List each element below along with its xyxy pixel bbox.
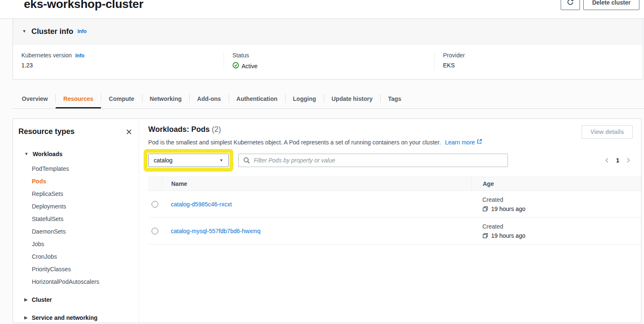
cluster-info-header[interactable]: ▼ Cluster info Info xyxy=(13,19,643,44)
sidebar-item-jobs[interactable]: Jobs xyxy=(18,238,133,250)
status-check-icon xyxy=(232,62,239,70)
status-label: Status xyxy=(232,52,249,59)
caret-down-icon: ▼ xyxy=(24,152,28,156)
refresh-icon xyxy=(567,0,574,7)
age-created-label: Created xyxy=(482,196,641,203)
age-value: 19 hours ago xyxy=(491,206,526,212)
kubernetes-version-label: Kubernetes version xyxy=(21,52,72,59)
tab-logging[interactable]: Logging xyxy=(286,90,324,108)
learn-more-link[interactable]: Learn more xyxy=(445,139,483,146)
cluster-info-info-link[interactable]: Info xyxy=(77,28,87,34)
sidebar-item-replicasets[interactable]: ReplicaSets xyxy=(18,188,133,200)
dropdown-value: catalog xyxy=(154,157,173,164)
pods-content: Workloads: Pods (2) Pod is the smallest … xyxy=(139,119,641,323)
view-details-button[interactable]: View details xyxy=(582,125,633,139)
sidebar-item-podtemplates[interactable]: PodTemplates xyxy=(18,162,133,175)
sidebar-group-label: Service and networking xyxy=(32,314,98,321)
sidebar-item-pods[interactable]: Pods xyxy=(18,175,133,188)
highlight-annotation: catalog ▼ xyxy=(144,149,233,172)
table-header-row: Name Age xyxy=(148,177,641,191)
previous-page-icon[interactable] xyxy=(604,157,609,163)
workloads-items: PodTemplates Pods ReplicaSets Deployment… xyxy=(18,162,133,288)
chevron-down-icon: ▼ xyxy=(219,158,223,162)
age-column-header[interactable]: Age xyxy=(471,177,641,190)
cluster-info-body: Kubernetes version Info 1.23 Status Acti… xyxy=(13,44,643,79)
page-header: eks-workshop-cluster Delete cluster xyxy=(0,0,644,19)
sidebar-group-service-and-networking[interactable]: ▶ Service and networking xyxy=(18,311,133,323)
resources-panel-card: Resource types ▼ Workloads PodTemplates … xyxy=(13,118,641,323)
sidebar-group-cluster[interactable]: ▶ Cluster xyxy=(18,293,133,306)
tab-compute[interactable]: Compute xyxy=(101,90,142,108)
header-actions: Delete cluster xyxy=(561,0,639,10)
provider-label: Provider xyxy=(443,52,465,59)
tab-networking[interactable]: Networking xyxy=(142,90,189,108)
pods-section-title: Workloads: Pods (2) xyxy=(148,125,482,134)
kubernetes-version-value: 1.23 xyxy=(21,62,224,69)
provider-value: EKS xyxy=(443,62,643,69)
table-row: catalog-d5985c46-rxcxt Created 19 hours … xyxy=(148,191,641,218)
status-value: Active xyxy=(242,63,258,69)
eks-cluster-page: eks-workshop-cluster Delete cluster ▼ Cl… xyxy=(0,0,644,324)
provider-field: Provider EKS xyxy=(434,52,643,70)
status-badge: Active xyxy=(232,62,434,70)
next-page-icon[interactable] xyxy=(626,157,631,163)
row-radio-button[interactable] xyxy=(152,228,158,234)
name-column-header[interactable]: Name xyxy=(162,177,471,190)
kubernetes-version-field: Kubernetes version Info 1.23 xyxy=(13,52,224,70)
sidebar-group-label: Cluster xyxy=(32,296,52,303)
pods-description: Pod is the smallest and simplest Kuberne… xyxy=(148,139,482,146)
cluster-info-title: Cluster info xyxy=(31,27,73,36)
close-icon[interactable] xyxy=(125,128,133,136)
namespace-filter-dropdown[interactable]: catalog ▼ xyxy=(148,154,229,167)
sidebar-group-workloads[interactable]: ▼ Workloads xyxy=(18,148,133,160)
tab-tags[interactable]: Tags xyxy=(381,90,409,108)
cluster-tabs: Overview Resources Compute Networking Ad… xyxy=(13,90,644,109)
kubernetes-version-info-link[interactable]: Info xyxy=(75,53,85,59)
table-row: catalog-mysql-557fdb7bd6-hwxmq Created 1… xyxy=(148,218,641,244)
copy-icon[interactable] xyxy=(482,206,488,212)
resource-types-title: Resource types xyxy=(18,127,75,136)
tab-update-history[interactable]: Update history xyxy=(324,90,380,108)
sidebar-item-deployments[interactable]: Deployments xyxy=(18,200,133,213)
pods-table: Name Age catalog-d5985c46-rxcxt Created xyxy=(148,177,641,244)
caret-right-icon: ▶ xyxy=(24,298,28,302)
tab-resources[interactable]: Resources xyxy=(56,90,101,108)
tab-overview[interactable]: Overview xyxy=(14,90,55,108)
search-icon xyxy=(243,157,250,166)
copy-icon[interactable] xyxy=(482,233,488,239)
sidebar-item-priorityclasses[interactable]: PriorityClasses xyxy=(18,263,133,275)
tab-add-ons[interactable]: Add-ons xyxy=(190,90,229,108)
pod-name-link[interactable]: catalog-d5985c46-rxcxt xyxy=(171,201,232,208)
pagination: 1 xyxy=(604,157,633,164)
age-created-label: Created xyxy=(482,223,641,230)
resource-types-sidebar: Resource types ▼ Workloads PodTemplates … xyxy=(13,119,139,323)
pod-name-link[interactable]: catalog-mysql-557fdb7bd6-hwxmq xyxy=(171,228,260,234)
caret-right-icon: ▶ xyxy=(24,316,28,320)
refresh-button[interactable] xyxy=(561,0,580,10)
sidebar-item-daemonsets[interactable]: DaemonSets xyxy=(18,225,133,238)
pods-count: (2) xyxy=(212,125,221,134)
age-value: 19 hours ago xyxy=(491,232,526,239)
row-radio-button[interactable] xyxy=(152,201,158,208)
sidebar-group-label: Workloads xyxy=(33,151,62,157)
filter-row: catalog ▼ 1 xyxy=(148,149,633,172)
cluster-info-card: ▼ Cluster info Info Kubernetes version I… xyxy=(13,19,643,80)
sidebar-item-cronjobs[interactable]: CronJobs xyxy=(18,250,133,263)
sidebar-item-horizontalpodautoscalers[interactable]: HorizontalPodAutoscalers xyxy=(18,275,133,288)
status-field: Status Active xyxy=(224,52,434,70)
tab-authentication[interactable]: Authentication xyxy=(229,90,285,108)
page-title: eks-workshop-cluster xyxy=(24,0,143,11)
external-link-icon xyxy=(477,139,482,146)
delete-cluster-button[interactable]: Delete cluster xyxy=(583,0,639,10)
sidebar-item-statefulsets[interactable]: StatefulSets xyxy=(18,213,133,225)
current-page-number[interactable]: 1 xyxy=(616,157,619,164)
collapse-caret-icon[interactable]: ▼ xyxy=(22,29,26,33)
filter-input[interactable] xyxy=(238,154,508,167)
